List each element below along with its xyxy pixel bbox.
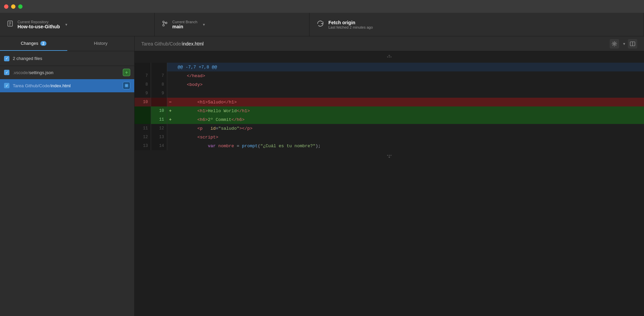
old-linenum-11-add — [135, 115, 151, 124]
hunk-new-num — [151, 63, 167, 71]
file-name-settings: .vscode/settings.json — [13, 70, 119, 75]
code-9 — [174, 89, 644, 98]
sign-10-add: + — [167, 106, 174, 115]
file-item-settings[interactable]: ✓ .vscode/settings.json + — [0, 66, 134, 79]
new-linenum-10: 10 — [151, 106, 167, 115]
diff-nav-down[interactable] — [135, 150, 644, 162]
diff-path-prefix: Tarea Github/Code/ — [141, 41, 182, 46]
fetch-text-group: Fetch origin Last fetched 2 minutes ago — [328, 20, 373, 29]
diff-file-path: Tarea Github/Code/index.html — [141, 41, 204, 46]
svg-point-14 — [389, 57, 390, 58]
file-badge-index — [123, 82, 130, 89]
repository-section[interactable]: Current Repository How-to-use-Github ▾ — [0, 13, 155, 36]
check-icon: ✓ — [5, 84, 8, 88]
svg-point-17 — [389, 155, 390, 156]
nav-down-icon[interactable] — [136, 152, 643, 160]
diff-content[interactable]: @@ -7,7 +7,8 @@ 7 7 </head> 8 8 — [135, 51, 644, 316]
hunk-sign — [167, 63, 174, 71]
new-linenum-7: 7 — [151, 71, 167, 80]
main-area: Changes 2 History ✓ 2 changed files ✓ .v… — [0, 36, 644, 316]
file-path-index: Tarea Github/Code/ — [13, 83, 51, 88]
old-linenum-10-add — [135, 106, 151, 115]
diff-hunk-header-row: @@ -7,7 +7,8 @@ — [135, 63, 644, 71]
new-linenum-11: 11 — [151, 115, 167, 124]
svg-rect-9 — [125, 84, 128, 87]
diff-line-10-add: 10 + <h1>Hello World</h1> — [135, 106, 644, 115]
traffic-lights — [4, 4, 23, 9]
diff-line-13-14: 13 14 var nombre = prompt("¿Cuál es tu n… — [135, 141, 644, 150]
file-basename-index: index.html — [51, 83, 71, 88]
close-button[interactable] — [4, 4, 8, 9]
old-linenum-9: 9 — [135, 89, 151, 98]
old-linenum-12: 12 — [135, 133, 151, 141]
diff-table: @@ -7,7 +7,8 @@ 7 7 </head> 8 8 — [135, 51, 644, 162]
repo-icon — [7, 20, 13, 29]
select-all-checkbox[interactable]: ✓ — [4, 56, 9, 61]
svg-point-5 — [163, 25, 165, 26]
diff-nav-down-row — [135, 150, 644, 162]
branch-text-group: Current Branch main — [172, 20, 198, 29]
repo-label: Current Repository — [17, 20, 60, 24]
code-11-add: <h6>2º Commit</h6> — [174, 115, 644, 124]
new-linenum-14: 14 — [151, 141, 167, 150]
branch-chevron-icon: ▾ — [203, 22, 205, 27]
fetch-icon — [316, 20, 324, 29]
tab-changes[interactable]: Changes 2 — [0, 36, 67, 51]
repo-chevron-icon: ▾ — [65, 22, 67, 27]
svg-point-13 — [387, 57, 388, 58]
branch-icon — [162, 20, 168, 29]
old-linenum-13: 13 — [135, 141, 151, 150]
sign-11-12 — [167, 124, 174, 133]
new-linenum-8: 8 — [151, 80, 167, 89]
code-12-13: <script> — [174, 133, 644, 141]
code-10-add: <h1>Hello World</h1> — [174, 106, 644, 115]
branch-name: main — [172, 24, 198, 29]
code-11-12: <p id="saludo"></p> — [174, 124, 644, 133]
repo-name: How-to-use-Github — [17, 24, 60, 29]
sign-10-del: − — [167, 98, 174, 106]
tab-history[interactable]: History — [67, 36, 135, 51]
changed-files-label: 2 changed files — [13, 56, 42, 61]
diff-line-10-del: 10 − <h1>Saludo</h1> — [135, 98, 644, 106]
new-linenum-12: 12 — [151, 124, 167, 133]
nav-up-icon[interactable] — [136, 53, 643, 61]
file-checkbox-settings[interactable]: ✓ — [4, 70, 9, 75]
diff-header: Tarea Github/Code/index.html ▾ — [135, 36, 644, 51]
file-basename-settings: settings.json — [29, 70, 53, 75]
svg-point-10 — [614, 43, 615, 44]
split-view-button[interactable] — [628, 39, 637, 49]
diff-nav-up[interactable] — [135, 51, 644, 63]
tab-changes-badge: 2 — [40, 41, 46, 46]
file-checkbox-index[interactable]: ✓ — [4, 83, 9, 88]
check-icon: ✓ — [5, 56, 8, 61]
fetch-sublabel: Last fetched 2 minutes ago — [328, 25, 373, 29]
file-name-index: Tarea Github/Code/index.html — [13, 83, 119, 88]
repo-text-group: Current Repository How-to-use-Github — [17, 20, 60, 29]
svg-point-16 — [387, 155, 388, 156]
svg-point-15 — [391, 57, 392, 58]
new-linenum-13: 13 — [151, 133, 167, 141]
sidebar-tabs: Changes 2 History — [0, 36, 134, 51]
code-10-del: <h1>Saludo</h1> — [174, 98, 644, 106]
file-list: ✓ .vscode/settings.json + ✓ Tarea Github… — [0, 66, 134, 316]
branch-section[interactable]: Current Branch main ▾ — [155, 13, 310, 36]
sidebar: Changes 2 History ✓ 2 changed files ✓ .v… — [0, 36, 135, 316]
fetch-section[interactable]: Fetch origin Last fetched 2 minutes ago — [310, 13, 644, 36]
sign-12-13 — [167, 133, 174, 141]
maximize-button[interactable] — [18, 4, 23, 9]
sign-7 — [167, 71, 174, 80]
settings-button[interactable] — [610, 39, 619, 49]
minimize-button[interactable] — [11, 4, 15, 9]
file-item-index[interactable]: ✓ Tarea Github/Code/index.html — [0, 79, 134, 92]
tab-history-label: History — [94, 41, 107, 46]
old-linenum-10: 10 — [135, 98, 151, 106]
old-linenum-7: 7 — [135, 71, 151, 80]
new-linenum-10-del — [151, 98, 167, 106]
diff-line-11-add: 11 + <h6>2º Commit</h6> — [135, 115, 644, 124]
fetch-label: Fetch origin — [328, 20, 373, 25]
tab-changes-label: Changes — [21, 41, 38, 46]
file-path-settings: .vscode/ — [13, 70, 29, 75]
old-linenum-8: 8 — [135, 80, 151, 89]
diff-controls: ▾ — [610, 39, 637, 49]
svg-point-18 — [391, 155, 392, 156]
